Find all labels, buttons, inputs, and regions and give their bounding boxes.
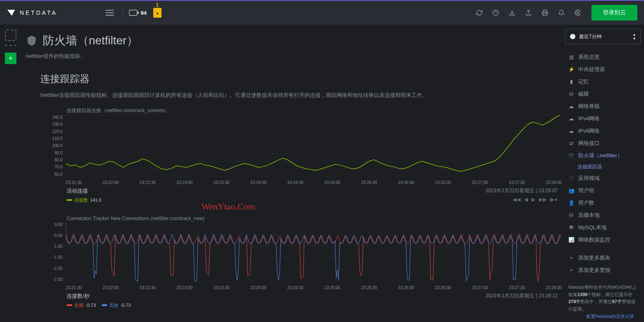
chart-1-xaxis: 23:21:3023:22:0023:22:3023:23:0023:23:30… [66, 180, 562, 185]
footer-config-link[interactable]: 配置Netdata的历史记录 [585, 313, 636, 320]
legend-name: 无效 [109, 302, 118, 308]
nav-item[interactable]: 👥用户组 [565, 184, 641, 197]
notifications-button[interactable] [554, 6, 568, 20]
legend-item[interactable]: 连接数 141.0 [67, 197, 102, 203]
legend-swatch [67, 199, 72, 201]
header-actions: 登录到云 [472, 5, 637, 21]
upload-button[interactable] [522, 6, 536, 20]
nav-icon: 📊 [568, 237, 574, 243]
nav-icon: ♡ [568, 175, 574, 181]
settings-button[interactable] [571, 6, 585, 20]
nav-item[interactable]: 📊网络数据监控 [565, 234, 641, 246]
nav-sub-item[interactable]: 连接跟踪器 [565, 162, 641, 172]
legend-item[interactable]: 忽视 -0.73 [67, 302, 96, 308]
left-rail: + [0, 25, 21, 322]
main-content: 防火墙（netfilter） netfilter组件的性能指标。 连接跟踪器 N… [21, 25, 562, 322]
app-header: NETDATA 94 ⬥ 登录到云 [0, 0, 644, 25]
chart-2: Connection Tracker New Connections (netf… [25, 216, 562, 308]
brand-logo[interactable]: NETDATA [7, 8, 57, 17]
nav-item[interactable]: 👤用户数 [565, 197, 641, 209]
chart-2-plot[interactable] [66, 222, 562, 282]
page-subtitle: netfilter组件的性能指标。 [25, 53, 562, 60]
nav-item[interactable]: ☁IPv4网络 [565, 113, 641, 125]
nav-icon: ☁ [568, 128, 574, 134]
page-title-text: 防火墙（netfilter） [43, 33, 138, 48]
divider [123, 7, 123, 18]
chart-1-timestamp: 2021年1月22日星期五 | 23:28:07 [486, 187, 558, 194]
nav-prev[interactable]: ◀ [524, 196, 528, 202]
rail-divider [5, 45, 16, 46]
chart-1-legend: 连接数 141.0 [67, 197, 562, 203]
chart-2-title: Connection Tracker New Connections (netf… [67, 216, 562, 221]
chart-1-yaxis: 140.0130.0120.0110.0100.090.080.070.060.… [40, 115, 65, 177]
nav-item[interactable]: ⚡中央处理器 [565, 63, 641, 76]
nav-next[interactable]: ▶ [531, 196, 536, 202]
chart-2-footer: 连接数/秒 2021年1月22日星期五 | 23:28:12 忽视 -0.73 … [67, 292, 562, 308]
nav-item[interactable]: ⇄网络接口 [565, 137, 641, 150]
nav-add[interactable]: +添加更多图表 [565, 252, 641, 264]
brand-text: NETDATA [20, 9, 57, 16]
svg-point-2 [577, 12, 579, 14]
chart-1-plot[interactable] [66, 115, 562, 177]
workspace-placeholder[interactable] [5, 30, 16, 41]
add-workspace-button[interactable]: + [5, 53, 16, 64]
nav-label: 记忆 [578, 78, 589, 85]
nav-first[interactable]: ◀◀ [512, 196, 521, 202]
legend-swatch [102, 304, 107, 306]
menu-toggle[interactable] [102, 5, 117, 21]
nav-label: 防火墙（netfilter） [578, 152, 623, 159]
chart-1-area[interactable]: 140.0130.0120.0110.0100.090.080.070.060.… [40, 115, 562, 185]
nav-label: MySQL本地 [578, 224, 607, 231]
nav-label: 应用领域 [578, 175, 600, 182]
legend-swatch [67, 304, 72, 306]
nav-icon: ⚡ [568, 67, 574, 72]
nav-item[interactable]: ☁网络堆栈 [565, 100, 641, 113]
nav-item[interactable]: ⛁后缀本地 [565, 209, 641, 221]
nav-icon: ▤ [568, 54, 574, 60]
nav-icon: 👥 [568, 188, 574, 193]
download-button[interactable] [505, 6, 519, 20]
nav-icon: ☁ [568, 116, 574, 122]
nav-item-active[interactable]: 🛡防火墙（netfilter） [565, 150, 641, 162]
legend-value: -0.73 [85, 303, 96, 308]
section-title: 连接跟踪器 [40, 72, 562, 85]
nav-add[interactable]: +添加更多警报 [565, 264, 641, 276]
chart-2-area[interactable]: 0.00-0.50-1.00-1.50-2.00-2.50 23:21:3023… [40, 222, 562, 290]
nav-label: 网络接口 [578, 140, 600, 147]
nav-item[interactable]: ☁IPv6网络 [565, 125, 641, 137]
info-text: Netdata每秒会在YUN94142846上收集1398个指标，将它们显示在2… [565, 281, 641, 316]
nav-last[interactable]: ▶▶ [539, 196, 547, 202]
nav-label: 添加更多警报 [578, 267, 610, 274]
nav-item[interactable]: ▮记忆 [565, 76, 641, 88]
nav-item[interactable]: ♡应用领域 [565, 172, 641, 184]
shield-icon [25, 34, 38, 47]
refresh-button[interactable] [472, 6, 486, 20]
legend-name: 连接数 [74, 197, 88, 203]
nav-label: 添加更多图表 [578, 254, 610, 262]
nav-item[interactable]: ⛃MySQL本地 [565, 221, 641, 234]
stat-value: 94 [141, 10, 146, 16]
chart-2-legend: 忽视 -0.73 无效 -0.73 [67, 302, 562, 308]
netdata-icon [7, 8, 16, 17]
chart-2-timestamp: 2021年1月22日星期五 | 23:28:12 [486, 292, 558, 299]
svg-rect-1 [543, 13, 547, 15]
nav-label: 用户数 [578, 199, 594, 207]
nav-label: 网络数据监控 [578, 236, 610, 244]
alert-badge[interactable]: ⬥ [153, 8, 162, 18]
login-button[interactable]: 登录到云 [591, 5, 637, 21]
legend-item[interactable]: 无效 -0.73 [102, 302, 131, 308]
legend-value: -0.73 [120, 303, 131, 308]
help-button[interactable] [489, 6, 503, 20]
time-picker[interactable]: 🕐 最近7分钟 ▲▼ [565, 29, 641, 44]
chart-1: 连接跟踪器连接（netfilter.conntrack_sockets） 140… [25, 107, 562, 203]
nav-label: 中央处理器 [578, 66, 605, 73]
time-picker-label: 最近7分钟 [579, 33, 602, 40]
stat-badge[interactable]: 94 [129, 10, 146, 16]
nav-play[interactable]: ▶● [550, 196, 558, 202]
nav-item[interactable]: ▤系统总览 [565, 51, 641, 63]
nav-item[interactable]: ⛁磁碟 [565, 88, 641, 100]
battery-icon [129, 10, 137, 16]
print-button[interactable] [538, 6, 552, 20]
nav-icon: ⛃ [568, 225, 574, 230]
nav-label: 网络堆栈 [578, 103, 600, 110]
